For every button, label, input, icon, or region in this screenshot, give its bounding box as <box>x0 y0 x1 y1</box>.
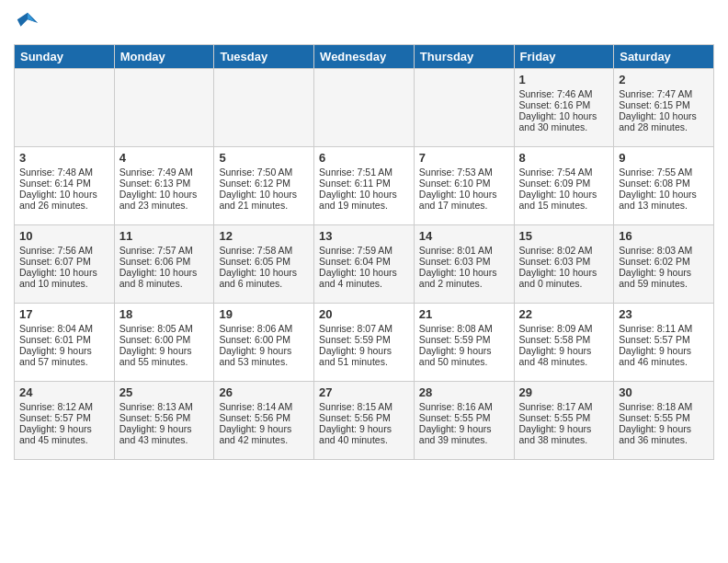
daylight-text: Daylight: 9 hours and 38 minutes. <box>519 423 609 445</box>
sunrise-text: Sunrise: 8:07 AM <box>319 323 409 334</box>
day-number: 18 <box>119 307 210 321</box>
day-number: 30 <box>619 385 709 399</box>
calendar-cell: 18Sunrise: 8:05 AMSunset: 6:00 PMDayligh… <box>114 304 214 382</box>
daylight-text: Daylight: 10 hours and 15 minutes. <box>519 189 609 211</box>
daylight-text: Daylight: 10 hours and 10 minutes. <box>19 267 109 289</box>
sunrise-text: Sunrise: 8:12 AM <box>19 401 109 412</box>
calendar-cell: 26Sunrise: 8:14 AMSunset: 5:56 PMDayligh… <box>214 382 314 460</box>
sunrise-text: Sunrise: 8:04 AM <box>19 323 109 334</box>
sunset-text: Sunset: 6:03 PM <box>519 256 609 267</box>
sunrise-text: Sunrise: 8:16 AM <box>419 401 509 412</box>
daylight-text: Daylight: 10 hours and 13 minutes. <box>619 189 709 211</box>
day-number: 27 <box>319 385 409 399</box>
day-header-thursday: Thursday <box>414 45 514 69</box>
sunset-text: Sunset: 5:55 PM <box>419 412 509 423</box>
calendar-cell: 29Sunrise: 8:17 AMSunset: 5:55 PMDayligh… <box>514 382 614 460</box>
day-number: 10 <box>19 229 109 243</box>
sunset-text: Sunset: 6:00 PM <box>119 334 210 345</box>
daylight-text: Daylight: 10 hours and 30 minutes. <box>519 110 609 132</box>
daylight-text: Daylight: 9 hours and 45 minutes. <box>19 423 109 445</box>
sunset-text: Sunset: 6:15 PM <box>619 99 709 110</box>
sunrise-text: Sunrise: 8:11 AM <box>619 323 709 334</box>
calendar-cell: 24Sunrise: 8:12 AMSunset: 5:57 PMDayligh… <box>15 382 115 460</box>
sunset-text: Sunset: 6:07 PM <box>19 256 109 267</box>
calendar-cell: 25Sunrise: 8:13 AMSunset: 5:56 PMDayligh… <box>114 382 214 460</box>
sunrise-text: Sunrise: 7:53 AM <box>419 167 509 178</box>
sunrise-text: Sunrise: 7:47 AM <box>619 88 709 99</box>
calendar-cell: 20Sunrise: 8:07 AMSunset: 5:59 PMDayligh… <box>314 304 415 382</box>
day-number: 19 <box>219 307 309 321</box>
day-number: 7 <box>419 151 509 165</box>
day-number: 25 <box>119 385 210 399</box>
day-number: 13 <box>319 229 409 243</box>
sunrise-text: Sunrise: 8:06 AM <box>219 323 309 334</box>
sunrise-text: Sunrise: 8:18 AM <box>619 401 709 412</box>
sunset-text: Sunset: 6:13 PM <box>119 178 210 189</box>
calendar-cell: 13Sunrise: 7:59 AMSunset: 6:04 PMDayligh… <box>314 225 415 304</box>
sunset-text: Sunset: 6:03 PM <box>419 256 509 267</box>
daylight-text: Daylight: 10 hours and 21 minutes. <box>219 189 309 211</box>
sunrise-text: Sunrise: 7:50 AM <box>219 167 309 178</box>
sunset-text: Sunset: 5:56 PM <box>119 412 210 423</box>
calendar-cell: 16Sunrise: 8:03 AMSunset: 6:02 PMDayligh… <box>614 225 714 304</box>
day-header-monday: Monday <box>114 45 214 69</box>
calendar-table: SundayMondayTuesdayWednesdayThursdayFrid… <box>14 44 714 460</box>
calendar-cell: 7Sunrise: 7:53 AMSunset: 6:10 PMDaylight… <box>414 147 514 225</box>
calendar-cell: 8Sunrise: 7:54 AMSunset: 6:09 PMDaylight… <box>514 147 614 225</box>
day-header-saturday: Saturday <box>614 45 714 69</box>
day-header-tuesday: Tuesday <box>214 45 314 69</box>
daylight-text: Daylight: 10 hours and 6 minutes. <box>219 267 309 289</box>
day-number: 17 <box>19 307 109 321</box>
sunset-text: Sunset: 6:10 PM <box>419 178 509 189</box>
calendar-cell: 14Sunrise: 8:01 AMSunset: 6:03 PMDayligh… <box>414 225 514 304</box>
sunset-text: Sunset: 6:05 PM <box>219 256 309 267</box>
sunrise-text: Sunrise: 8:15 AM <box>319 401 409 412</box>
calendar-cell: 4Sunrise: 7:49 AMSunset: 6:13 PMDaylight… <box>114 147 214 225</box>
day-number: 21 <box>419 307 509 321</box>
sunrise-text: Sunrise: 7:57 AM <box>119 245 210 256</box>
sunset-text: Sunset: 5:57 PM <box>619 334 709 345</box>
day-number: 8 <box>519 151 609 165</box>
day-number: 14 <box>419 229 509 243</box>
calendar-cell: 6Sunrise: 7:51 AMSunset: 6:11 PMDaylight… <box>314 147 415 225</box>
sunrise-text: Sunrise: 7:48 AM <box>19 167 109 178</box>
daylight-text: Daylight: 9 hours and 46 minutes. <box>619 345 709 367</box>
calendar-cell: 27Sunrise: 8:15 AMSunset: 5:56 PMDayligh… <box>314 382 415 460</box>
sunset-text: Sunset: 6:00 PM <box>219 334 309 345</box>
calendar-cell <box>414 69 514 147</box>
sunset-text: Sunset: 6:16 PM <box>519 99 609 110</box>
day-number: 15 <box>519 229 609 243</box>
daylight-text: Daylight: 10 hours and 2 minutes. <box>419 267 509 289</box>
calendar-cell: 5Sunrise: 7:50 AMSunset: 6:12 PMDaylight… <box>214 147 314 225</box>
day-number: 11 <box>119 229 210 243</box>
day-number: 6 <box>319 151 409 165</box>
sunrise-text: Sunrise: 8:13 AM <box>119 401 210 412</box>
calendar-cell <box>15 69 115 147</box>
day-number: 26 <box>219 385 309 399</box>
day-number: 22 <box>519 307 609 321</box>
daylight-text: Daylight: 10 hours and 26 minutes. <box>19 189 109 211</box>
sunset-text: Sunset: 5:57 PM <box>19 412 109 423</box>
day-number: 1 <box>519 73 609 86</box>
day-number: 24 <box>19 385 109 399</box>
sunrise-text: Sunrise: 7:49 AM <box>119 167 210 178</box>
sunrise-text: Sunrise: 7:59 AM <box>319 245 409 256</box>
logo-bird-icon <box>14 9 41 37</box>
day-number: 12 <box>219 229 309 243</box>
logo <box>14 9 45 37</box>
calendar-cell: 10Sunrise: 7:56 AMSunset: 6:07 PMDayligh… <box>15 225 115 304</box>
daylight-text: Daylight: 9 hours and 36 minutes. <box>619 423 709 445</box>
calendar-cell: 2Sunrise: 7:47 AMSunset: 6:15 PMDaylight… <box>614 69 714 147</box>
daylight-text: Daylight: 10 hours and 17 minutes. <box>419 189 509 211</box>
day-number: 23 <box>619 307 709 321</box>
daylight-text: Daylight: 9 hours and 53 minutes. <box>219 345 309 367</box>
sunrise-text: Sunrise: 7:55 AM <box>619 167 709 178</box>
sunrise-text: Sunrise: 8:14 AM <box>219 401 309 412</box>
sunset-text: Sunset: 6:02 PM <box>619 256 709 267</box>
sunrise-text: Sunrise: 7:46 AM <box>519 88 609 99</box>
sunset-text: Sunset: 5:56 PM <box>219 412 309 423</box>
daylight-text: Daylight: 10 hours and 28 minutes. <box>619 110 709 132</box>
sunrise-text: Sunrise: 8:03 AM <box>619 245 709 256</box>
sunset-text: Sunset: 6:11 PM <box>319 178 409 189</box>
daylight-text: Daylight: 9 hours and 43 minutes. <box>119 423 210 445</box>
